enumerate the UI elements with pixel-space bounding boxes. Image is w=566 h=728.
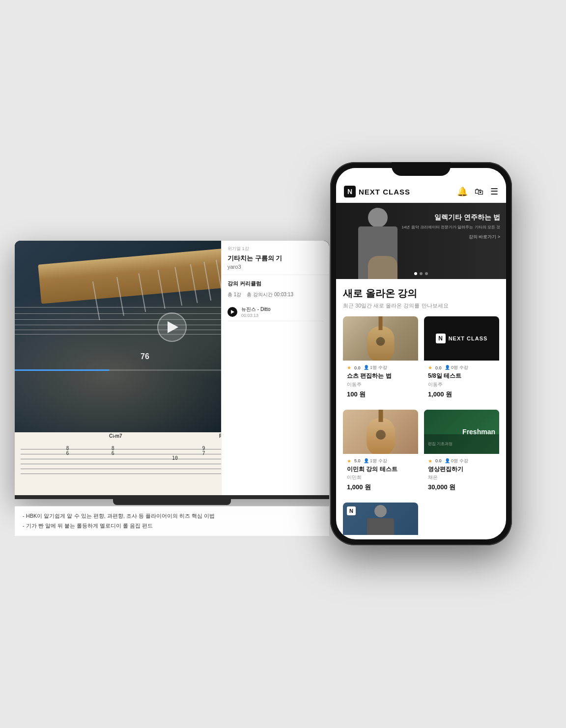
course-info-2: ★ 0.0 👤 0명 수강 5/8일 테스트 이동주 1,000 원 xyxy=(424,361,499,404)
course-author-4: 채은 xyxy=(428,474,495,481)
curriculum-meta: 총 1강 총 강의시간 00:03:13 xyxy=(227,291,323,298)
next-class-placeholder: N NEXT CLASS xyxy=(436,334,488,343)
freshman-subtitle: 편집 기초과정 xyxy=(428,441,453,447)
person-head-5 xyxy=(374,505,387,517)
courses-section: 새로 올라온 강의 최근 30일간 새로 올라온 강의를 만나보세요 ★ xyxy=(336,279,506,535)
bell-icon[interactable]: 🔔 xyxy=(457,186,468,197)
hero-banner[interactable]: 일렉기타 연주하는 법 14년 음악 크리에이터 전문가가 알려주는 기타의 모… xyxy=(336,203,506,279)
person-body xyxy=(358,226,397,279)
guitar-neck-3 xyxy=(378,410,383,422)
section-subtitle: 최근 30일간 새로 올라온 강의를 만나보세요 xyxy=(343,302,499,309)
course-card-2[interactable]: N NEXT CLASS ★ 0.0 👤 0명 수강 5/8일 테스트 이동주 … xyxy=(424,316,499,404)
hero-cta-text: 강의 바로가기 > xyxy=(469,234,500,240)
playback-speed: 76 xyxy=(141,352,149,361)
desktop-screen: 76 🔊 C♭m7 F♭m7 8 8 9 9 6 6 xyxy=(15,241,329,496)
person-body-5 xyxy=(367,518,394,535)
lesson-info: 뉴진스 - Ditto 00:03:13 xyxy=(241,306,323,318)
star-icon-1: ★ xyxy=(347,365,351,370)
lesson-name: 뉴진스 - Ditto xyxy=(241,306,323,313)
lessons-count: 총 1강 xyxy=(227,292,241,297)
lesson-play-button[interactable] xyxy=(227,307,237,317)
hero-person xyxy=(351,208,405,279)
dot-1[interactable] xyxy=(414,272,417,275)
panel-header: 위기열 1강 기타치는 구름의 기 yaro3 xyxy=(222,241,329,275)
tab-num: 7 xyxy=(202,450,205,456)
logo-letter: N xyxy=(347,188,352,196)
desktop-right-panel: 위기열 1강 기타치는 구름의 기 yaro3 강의 커리큘럼 총 1강 총 강… xyxy=(221,241,329,496)
rating-3: 5.0 xyxy=(354,458,361,463)
lesson-item-1[interactable]: 뉴진스 - Ditto 00:03:13 xyxy=(227,303,323,321)
chord-label-1: C♭m7 xyxy=(109,433,122,439)
play-button[interactable] xyxy=(157,312,187,342)
caption-line-1: - HBK이 알기쉽게 알 수 있는 편향, 과편향, 조사 등 플라이어이의 … xyxy=(23,511,321,521)
students-1: 👤 1명 수강 xyxy=(364,364,387,371)
star-icon-2: ★ xyxy=(428,365,432,370)
dot-3[interactable] xyxy=(425,272,428,275)
hero-cta[interactable]: 강의 바로가기 > xyxy=(402,234,500,240)
panel-author: yaro3 xyxy=(227,264,323,270)
course-price-1: 100 원 xyxy=(347,390,414,399)
panel-lesson-title: 기타치는 구름의 기 xyxy=(227,254,323,263)
sound-hole-1 xyxy=(376,337,385,346)
caption-text: - HBK이 알기쉽게 알 수 있는 편향, 과편향, 조사 등 플라이어이의 … xyxy=(23,511,321,531)
hero-dots xyxy=(414,272,428,275)
phone-mockup: N NEXT CLASS 🔔 🛍 ☰ 일렉기타 연주하는 법 xyxy=(330,162,512,545)
tab-num: 10 xyxy=(172,455,178,461)
course-author-1: 이동주 xyxy=(347,381,414,388)
course-price-4: 30,000 원 xyxy=(428,483,495,492)
person-head xyxy=(368,208,388,227)
course-card-1[interactable]: ★ 0.0 👤 1명 수강 쇼츠 편집하는 법 이동주 100 원 xyxy=(343,316,418,404)
rating-row-2: ★ 0.0 👤 0명 수강 xyxy=(428,364,495,371)
students-4: 👤 0명 수강 xyxy=(445,458,468,464)
nc-logo: N xyxy=(436,334,446,343)
guitar-visual xyxy=(368,256,397,279)
phone-notch xyxy=(392,162,451,176)
star-icon-3: ★ xyxy=(347,458,351,464)
course-thumbnail-3 xyxy=(343,410,418,454)
course-card-3[interactable]: ★ 5.0 👤 1명 수강 이민희 강의 테스트 이민희 1,000 원 xyxy=(343,410,418,497)
hero-subtitle: 14년 음악 크리에이터 전문가가 알려주는 기타의 모든 것 xyxy=(402,224,500,230)
course-thumbnail-2: N NEXT CLASS xyxy=(424,316,499,361)
dot-2[interactable] xyxy=(420,272,423,275)
guitar-body-1 xyxy=(367,326,394,361)
course-author-3: 이민희 xyxy=(347,474,414,481)
phone-screen: N NEXT CLASS 🔔 🛍 ☰ 일렉기타 연주하는 법 xyxy=(336,168,506,539)
freshman-overlay: 편집 기초과정 xyxy=(424,434,499,454)
fret-7 xyxy=(203,262,211,301)
sound-hole-3 xyxy=(376,430,386,440)
nc-text: NEXT CLASS xyxy=(449,336,488,341)
course-thumbnail-5: N xyxy=(343,503,418,535)
logo-area: N NEXT CLASS xyxy=(344,186,410,197)
person-guitar-5 xyxy=(361,505,400,535)
nc-logo-small-n: N xyxy=(349,508,353,514)
rating-4: 0.0 xyxy=(435,458,442,463)
rating-1: 0.0 xyxy=(354,365,361,370)
menu-icon[interactable]: ☰ xyxy=(490,186,498,197)
hero-title: 일렉기타 연주하는 법 xyxy=(402,213,500,223)
play-icon xyxy=(168,321,178,333)
course-card-4[interactable]: Freshman 편집 기초과정 ★ 0.0 👤 0명 수강 영상편집하기 채은 xyxy=(424,410,499,497)
course-card-5[interactable]: N xyxy=(343,503,418,535)
students-2: 👤 0명 수강 xyxy=(445,364,468,371)
guitar-neck-1 xyxy=(379,316,383,330)
desktop-stand xyxy=(15,495,329,499)
desktop-stand-base xyxy=(113,499,231,505)
caption-line-2: - 기가 빤 알에 뒤 붙는 롤등하게 멜로디이 롤 음집 편드 xyxy=(23,521,321,531)
course-title-4: 영상편집하기 xyxy=(428,466,495,474)
rating-row-1: ★ 0.0 👤 1명 수강 xyxy=(347,364,414,371)
course-title-2: 5/8일 테스트 xyxy=(428,372,495,380)
course-thumbnail-4: Freshman 편집 기초과정 xyxy=(424,410,499,454)
rating-row-3: ★ 5.0 👤 1명 수강 xyxy=(347,458,414,464)
video-caption-bar: - HBK이 알기쉽게 알 수 있는 편향, 과편향, 조사 등 플라이어이의 … xyxy=(15,506,329,536)
course-info-4: ★ 0.0 👤 0명 수강 영상편집하기 채은 30,000 원 xyxy=(424,454,499,497)
lesson-duration: 00:03:13 xyxy=(241,313,323,318)
total-time: 총 강의시간 00:03:13 xyxy=(247,292,293,297)
header-icons: 🔔 🛍 ☰ xyxy=(457,186,498,197)
course-info-1: ★ 0.0 👤 1명 수강 쇼츠 편집하는 법 이동주 100 원 xyxy=(343,361,418,404)
panel-breadcrumb: 위기열 1강 xyxy=(227,246,323,252)
progress-fill xyxy=(15,369,109,371)
students-3: 👤 1명 수강 xyxy=(364,458,387,464)
curriculum-section: 강의 커리큘럼 총 1강 총 강의시간 00:03:13 뉴진스 - Ditto… xyxy=(222,275,329,326)
cart-icon[interactable]: 🛍 xyxy=(475,187,483,197)
desktop-mockup: 76 🔊 C♭m7 F♭m7 8 8 9 9 6 6 xyxy=(15,241,329,496)
